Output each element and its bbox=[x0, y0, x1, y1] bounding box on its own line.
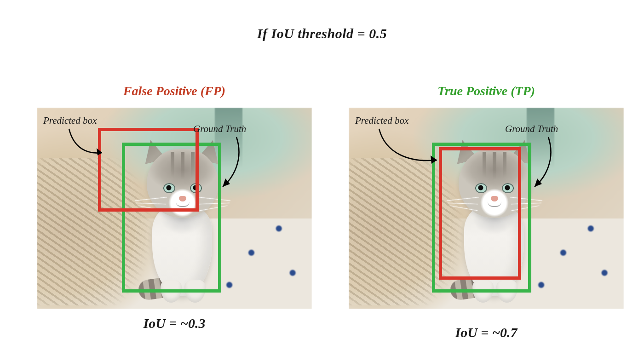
ground-truth-label: Ground Truth bbox=[193, 123, 246, 135]
predicted-box-label: Predicted box bbox=[43, 115, 97, 126]
arrow-icon bbox=[532, 135, 569, 190]
arrow-icon bbox=[220, 135, 257, 190]
svg-marker-0 bbox=[97, 148, 102, 155]
page-title: If IoU threshold = 0.5 bbox=[0, 26, 644, 41]
right-heading: True Positive (TP) bbox=[349, 84, 624, 98]
predicted-box bbox=[439, 147, 521, 280]
left-heading: False Positive (FP) bbox=[37, 84, 312, 98]
left-iou-caption: IoU = ~0.3 bbox=[37, 316, 312, 331]
arrow-icon bbox=[374, 127, 448, 168]
arrow-icon bbox=[64, 127, 120, 159]
predicted-box-label: Predicted box bbox=[355, 115, 408, 126]
ground-truth-label: Ground Truth bbox=[505, 123, 558, 135]
right-iou-caption: IoU = ~0.7 bbox=[349, 325, 624, 340]
svg-marker-2 bbox=[431, 155, 437, 164]
left-example-image: Predicted box Ground Truth bbox=[37, 108, 312, 309]
right-example-image: Predicted box Ground Truth bbox=[349, 108, 624, 309]
